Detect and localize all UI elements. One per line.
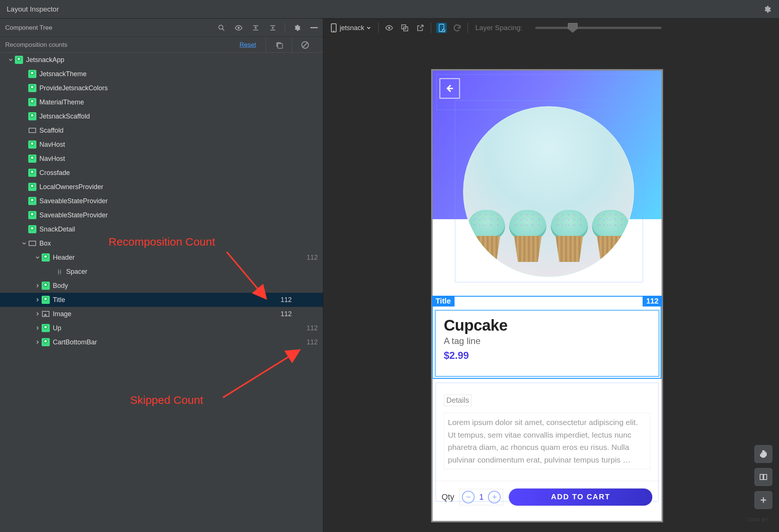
component-tree-panel: Component Tree Recomposition counts Rese… xyxy=(0,19,323,532)
compose-icon xyxy=(28,211,36,219)
recomp-count: 112 xyxy=(271,310,297,318)
overlay-icon[interactable] xyxy=(400,23,410,33)
tree-row[interactable]: JetsnackApp xyxy=(0,53,323,67)
add-to-cart-button[interactable]: ADD TO CART xyxy=(508,488,653,506)
layer-spacing-slider[interactable] xyxy=(535,27,662,29)
chevron-icon[interactable] xyxy=(20,241,28,246)
compose-icon xyxy=(28,98,36,106)
compose-icon xyxy=(28,197,36,205)
node-name: Crossfade xyxy=(39,169,70,177)
compose-icon xyxy=(42,296,50,304)
refresh-icon[interactable] xyxy=(452,23,462,33)
minus-icon[interactable]: − xyxy=(462,491,475,503)
cart-bar: Qty − 1 + ADD TO CART xyxy=(433,481,662,513)
search-icon[interactable] xyxy=(216,23,227,33)
tree-row[interactable]: Crossfade xyxy=(0,166,323,180)
node-name: NavHost xyxy=(39,155,65,163)
details-heading: Details xyxy=(444,395,472,406)
eye-icon[interactable] xyxy=(384,23,394,33)
box-icon xyxy=(28,239,36,247)
live-updates-icon[interactable] xyxy=(436,23,447,33)
gear-icon[interactable] xyxy=(762,4,772,14)
svg-rect-3 xyxy=(310,27,318,28)
node-name: Image xyxy=(53,310,71,318)
plus-icon[interactable]: + xyxy=(488,491,501,503)
tree-row[interactable]: Header112 xyxy=(0,250,323,265)
tree-row[interactable]: LocalOwnersProvider xyxy=(0,180,323,194)
chevron-icon[interactable] xyxy=(33,312,42,316)
tree-row[interactable]: JetsnackScaffold xyxy=(0,109,323,123)
pan-icon[interactable] xyxy=(754,445,772,463)
compose-icon xyxy=(28,225,36,233)
tree-row[interactable]: Title112 xyxy=(0,293,323,307)
image-icon xyxy=(42,310,50,318)
chevron-icon[interactable] xyxy=(33,326,42,330)
chevron-icon[interactable] xyxy=(33,255,42,260)
component-tree[interactable]: JetsnackAppJetsnackThemeProvideJetsnackC… xyxy=(0,53,323,532)
expand-icon[interactable] xyxy=(250,23,261,33)
slider-thumb[interactable] xyxy=(568,23,578,33)
details-section: Details Lorem ipsum dolor sit amet, cons… xyxy=(433,390,662,474)
tree-row[interactable]: Scaffold xyxy=(0,123,323,137)
tree-row[interactable]: Image112 xyxy=(0,307,323,321)
chevron-icon[interactable] xyxy=(33,340,42,344)
tree-row[interactable]: NavHost xyxy=(0,152,323,166)
compose-icon xyxy=(42,282,50,290)
compose-icon xyxy=(28,155,36,163)
canvas[interactable]: Title 112 Cupcake A tag line $2.99 Detai… xyxy=(323,37,779,532)
skip-count: 112 xyxy=(297,338,323,346)
tree-row[interactable]: ProvideJetsnackColors xyxy=(0,81,323,95)
tree-row[interactable]: |··|Spacer xyxy=(0,265,323,279)
plus-icon[interactable] xyxy=(754,491,772,509)
device-frame: Title 112 Cupcake A tag line $2.99 Detai… xyxy=(431,69,663,522)
tree-row[interactable]: Body xyxy=(0,279,323,293)
device-selector[interactable]: jetsnack xyxy=(328,22,373,34)
tree-row[interactable]: MaterialTheme xyxy=(0,95,323,109)
chevron-icon[interactable] xyxy=(7,58,15,62)
tree-row[interactable]: SnackDetail xyxy=(0,222,323,236)
compose-icon xyxy=(28,183,36,191)
node-name: Title xyxy=(53,296,65,304)
eye-icon[interactable] xyxy=(233,23,244,33)
node-name: Header xyxy=(53,254,75,262)
compose-icon xyxy=(28,140,36,149)
compose-icon xyxy=(28,70,36,78)
reset-link[interactable]: Reset xyxy=(240,41,256,49)
svg-point-12 xyxy=(388,27,390,29)
tree-row[interactable]: SaveableStateProvider xyxy=(0,208,323,222)
compose-icon xyxy=(28,112,36,120)
popout-icon[interactable] xyxy=(415,23,426,33)
tree-row[interactable]: Box xyxy=(0,236,323,250)
window-title: Layout Inspector xyxy=(7,5,59,13)
node-name: SnackDetail xyxy=(39,226,75,233)
separator xyxy=(431,23,431,33)
compose-icon xyxy=(42,338,50,346)
node-name: Scaffold xyxy=(39,127,64,134)
node-name: JetsnackApp xyxy=(26,56,64,64)
minimize-icon[interactable] xyxy=(309,23,319,33)
skip-count: 112 xyxy=(297,254,323,262)
preview-panel: jetsnack Layer Spacing: xyxy=(323,19,779,532)
collapse-icon[interactable] xyxy=(268,23,278,33)
node-name: Body xyxy=(53,282,68,290)
tree-row[interactable]: JetsnackTheme xyxy=(0,67,323,81)
product-price: $2.99 xyxy=(444,350,650,361)
quantity-stepper[interactable]: − 1 + xyxy=(459,489,503,505)
chevron-icon[interactable] xyxy=(33,298,42,302)
layers-icon[interactable] xyxy=(754,468,772,486)
tree-row[interactable]: SaveableStateProvider xyxy=(0,194,323,208)
tree-row[interactable]: Up112 xyxy=(0,321,323,335)
gear-icon[interactable] xyxy=(292,23,302,33)
chevron-icon[interactable] xyxy=(33,283,42,288)
node-name: ProvideJetsnackColors xyxy=(39,84,108,92)
left-toolbar: Component Tree xyxy=(0,19,323,37)
svg-rect-18 xyxy=(764,474,767,480)
svg-point-0 xyxy=(219,25,223,29)
tree-row[interactable]: NavHost xyxy=(0,137,323,152)
node-name: Box xyxy=(39,240,51,247)
details-body: Lorem ipsum dolor sit amet, consectetur … xyxy=(444,413,650,469)
qty-value: 1 xyxy=(478,492,485,502)
selection-label-left: Title xyxy=(432,296,455,306)
tree-row[interactable]: CartBottomBar112 xyxy=(0,335,323,349)
device-name: jetsnack xyxy=(340,24,364,32)
